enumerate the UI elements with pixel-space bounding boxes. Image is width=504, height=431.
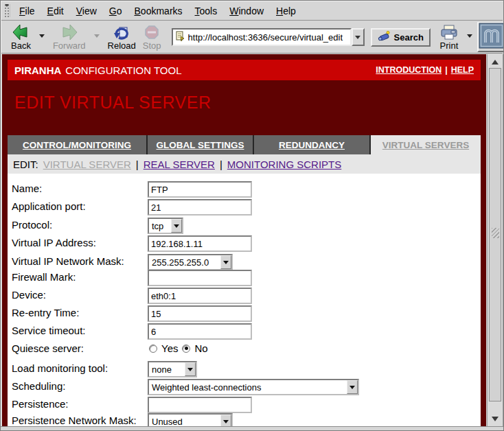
virtual-ip-network-mask-select[interactable]: 255.255.255.0	[148, 254, 233, 270]
application-port-input[interactable]	[148, 199, 252, 216]
menu-bar: File Edit View Go Bookmarks Tools Window…	[1, 1, 503, 21]
flashlight-search-icon	[378, 30, 391, 44]
forward-arrow-icon	[60, 24, 78, 40]
menu-item-file[interactable]: File	[19, 5, 35, 16]
device-label: Device:	[12, 289, 46, 301]
device-input[interactable]	[148, 288, 252, 304]
tab-control-monitoring[interactable]: CONTROL/MONITORING	[8, 135, 146, 154]
tab-virtual-servers[interactable]: VIRTUAL SERVERS	[371, 135, 481, 154]
select-arrow-button[interactable]	[347, 380, 358, 394]
virtual-ip-network-mask-label: Virtual IP Network Mask:	[12, 255, 124, 267]
load-monitoring-tool-select[interactable]: none	[148, 361, 197, 377]
quiesce-yes-label: Yes	[161, 342, 178, 354]
select-arrow-button[interactable]	[185, 362, 196, 376]
subnav-separator: |	[220, 159, 222, 170]
name-input[interactable]	[148, 181, 252, 198]
subnav-link-real-server[interactable]: REAL SERVER	[144, 159, 215, 170]
virtual-ip-address-input[interactable]	[148, 235, 252, 252]
menu-item-tools[interactable]: Tools	[195, 5, 218, 16]
browser-window: File Edit View Go Bookmarks Tools Window…	[0, 0, 504, 431]
select-arrow-button[interactable]	[220, 415, 231, 426]
protocol-select-value: tcp	[152, 221, 163, 231]
select-arrow-button[interactable]	[220, 255, 231, 269]
quiesce-yes-radio[interactable]	[149, 345, 157, 353]
url-input[interactable]	[188, 32, 348, 43]
edit-subnav: EDIT: VIRTUAL SERVER | REAL SERVER | MON…	[8, 154, 481, 174]
introduction-link[interactable]: INTRODUCTION	[376, 65, 442, 75]
protocol-select[interactable]: tcp	[148, 218, 183, 234]
select-arrow-button[interactable]	[171, 219, 182, 233]
menu-item-window[interactable]: Window	[229, 5, 264, 16]
menubar-grip-handle[interactable]	[4, 4, 10, 17]
url-field[interactable]	[172, 28, 352, 46]
page-viewport: PIRANHA CONFIGURATION TOOL INTRODUCTION …	[2, 54, 486, 426]
tab-global-settings[interactable]: GLOBAL SETTINGS	[148, 135, 253, 154]
persistence-network-mask-value: Unused	[152, 417, 183, 427]
stop-button[interactable]: Stop	[139, 22, 165, 52]
vertical-scrollbar[interactable]	[487, 54, 503, 426]
scrollbar-thumb[interactable]	[489, 68, 501, 401]
arrow-down-icon	[492, 417, 499, 425]
chevron-down-icon	[223, 420, 229, 426]
mozilla-logo-icon	[479, 23, 504, 51]
menu-item-go[interactable]: Go	[109, 5, 122, 16]
forward-button[interactable]: Forward	[49, 22, 89, 52]
reload-button-label: Reload	[108, 40, 136, 51]
scheduling-select[interactable]: Weighted least-connections	[148, 379, 359, 395]
scheduling-value: Weighted least-connections	[152, 382, 261, 393]
arrow-up-icon	[492, 56, 499, 65]
scroll-down-button[interactable]	[488, 413, 503, 426]
url-dropdown-button[interactable]	[352, 28, 365, 46]
tab-redundancy[interactable]: REDUNDANCY	[254, 135, 369, 154]
forward-history-dropdown-icon[interactable]	[94, 34, 100, 40]
virtual-ip-network-mask-value: 255.255.255.0	[152, 257, 209, 268]
quiesce-server-label: Quiesce server:	[12, 342, 84, 354]
print-button[interactable]: Print	[436, 22, 462, 52]
persistence-network-mask-select[interactable]: Unused	[148, 413, 233, 426]
quiesce-no-label: No	[194, 342, 207, 354]
back-arrow-icon	[12, 24, 30, 40]
piranha-header-bar: PIRANHA CONFIGURATION TOOL INTRODUCTION …	[8, 60, 481, 80]
subnav-prefix: EDIT:	[13, 159, 38, 170]
chevron-down-icon	[223, 261, 229, 267]
grip-collapse-icon	[5, 4, 9, 7]
help-link[interactable]: HELP	[451, 65, 474, 75]
persistence-input[interactable]	[148, 397, 252, 413]
forward-button-label: Forward	[53, 40, 86, 51]
quiesce-no-radio[interactable]	[182, 345, 190, 353]
mozilla-logo-button[interactable]	[477, 22, 504, 52]
back-button-label: Back	[11, 40, 31, 51]
back-button[interactable]: Back	[8, 22, 34, 52]
back-history-dropdown-icon[interactable]	[39, 34, 45, 40]
name-label: Name:	[12, 183, 42, 194]
subnav-separator: |	[136, 159, 139, 170]
scheduling-label: Scheduling:	[12, 380, 65, 392]
subnav-link-monitoring-scripts[interactable]: MONITORING SCRIPTS	[227, 159, 341, 170]
reload-button[interactable]: Reload	[104, 22, 139, 52]
load-monitoring-tool-label: Load monitoring tool:	[12, 362, 108, 374]
printer-icon	[439, 24, 459, 40]
chevron-down-icon	[174, 224, 179, 231]
brand-name: PIRANHA	[14, 65, 61, 76]
print-dropdown-icon[interactable]	[467, 34, 472, 40]
window-bottom-edge	[1, 426, 503, 431]
persistence-label: Persistence:	[12, 398, 69, 410]
search-button[interactable]: Search	[371, 28, 431, 47]
search-button-label: Search	[394, 32, 424, 43]
service-timeout-input[interactable]	[148, 323, 252, 340]
menu-item-bookmarks[interactable]: Bookmarks	[135, 5, 183, 16]
stop-button-label: Stop	[143, 40, 161, 51]
protocol-label: Protocol:	[12, 219, 52, 231]
menu-item-edit[interactable]: Edit	[47, 5, 64, 16]
thumb-grip-icon	[492, 228, 499, 238]
page-title: EDIT VIRTUAL SERVER	[14, 93, 211, 113]
menu-item-view[interactable]: View	[76, 5, 97, 16]
scroll-up-button[interactable]	[488, 55, 503, 67]
persistence-network-mask-label: Persistence Network Mask:	[12, 415, 137, 426]
subnav-link-virtual-server[interactable]: VIRTUAL SERVER	[43, 159, 131, 170]
brand-subtitle: CONFIGURATION TOOL	[65, 65, 181, 76]
bookmark-page-icon	[175, 31, 185, 44]
re-entry-time-input[interactable]	[148, 305, 252, 322]
menu-item-help[interactable]: Help	[276, 5, 296, 16]
firewall-mark-input[interactable]	[148, 270, 252, 286]
